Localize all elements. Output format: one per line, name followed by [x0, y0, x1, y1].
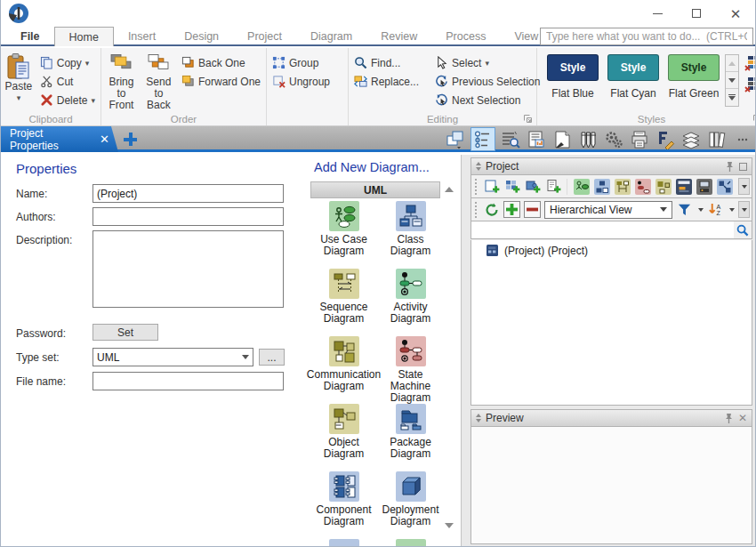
diagram-item-use-case[interactable]: Use Case Diagram [310, 201, 377, 269]
group-button[interactable]: Group [269, 53, 345, 72]
forward-one-button[interactable]: Forward One [179, 72, 263, 91]
authors-field[interactable] [92, 207, 284, 226]
diagram-item-component[interactable]: Component Diagram [310, 471, 377, 539]
project-search-input[interactable] [471, 221, 734, 238]
minimize-button[interactable] [638, 0, 677, 27]
cascade-windows-icon[interactable] [445, 129, 466, 150]
preview-close-icon[interactable]: ✕ [738, 412, 747, 424]
more-icon[interactable] [732, 129, 753, 150]
editing-dialog-launcher-icon[interactable] [523, 114, 533, 124]
tab-insert[interactable]: Insert [114, 27, 170, 46]
add-item-button[interactable] [503, 201, 520, 218]
type-set-more-button[interactable]: ... [259, 349, 285, 366]
back-one-button[interactable]: Back One [179, 53, 263, 72]
diagram-list-scroll-up-icon[interactable] [445, 187, 454, 192]
styles-gallery-expand-button[interactable] [726, 89, 738, 106]
remove-item-button[interactable] [524, 201, 541, 218]
quick-use-case-diagram-icon[interactable] [573, 178, 590, 195]
quick-sequence-diagram-icon[interactable] [614, 178, 631, 195]
filter-button[interactable] [676, 201, 693, 218]
sort-button[interactable]: AZ [707, 201, 724, 218]
style-swatch-flat-green[interactable]: Style Flat Green [668, 54, 720, 107]
view-mode-select[interactable]: Hierarchical View [544, 201, 672, 219]
tree-item-project[interactable]: (Project) (Project) [471, 240, 752, 257]
diagram-item-object[interactable]: Object Diagram [310, 404, 377, 471]
quick-state-diagram-icon[interactable] [634, 178, 651, 195]
layers-icon[interactable] [680, 129, 702, 150]
style-swatch-flat-blue[interactable]: Style Flat Blue [547, 54, 599, 107]
pin-icon[interactable] [725, 161, 735, 173]
styles-dialog-launcher-icon[interactable] [752, 114, 756, 124]
printer-icon[interactable] [629, 129, 650, 150]
sort-caret-icon[interactable] [729, 208, 735, 212]
new-element-button[interactable] [524, 178, 541, 195]
quick-report-icon[interactable] [675, 178, 692, 195]
file-name-field[interactable] [92, 372, 284, 390]
note-edit-icon[interactable] [551, 129, 573, 150]
diagram-list-scroll-down-icon[interactable] [445, 523, 454, 528]
styles-gallery-scrollbar[interactable] [725, 54, 739, 107]
documentation-icon[interactable] [526, 129, 547, 150]
styles-scroll-up-button[interactable] [726, 55, 738, 72]
diagram-item-class[interactable]: Class Diagram [377, 201, 444, 269]
tab-design[interactable]: Design [170, 27, 233, 46]
tab-review[interactable]: Review [366, 27, 431, 46]
tab-project[interactable]: Project [233, 27, 296, 46]
style-swatch-flat-cyan[interactable]: Style Flat Cyan [607, 54, 659, 107]
command-search-input[interactable] [540, 28, 753, 45]
cut-button[interactable]: Cut [37, 72, 98, 91]
document-tab-project-properties[interactable]: Project Properties ✕ [1, 126, 118, 152]
diagram-item-deployment[interactable]: Deployment Diagram [377, 471, 444, 539]
diagram-item-package[interactable]: Package Diagram [377, 404, 444, 471]
new-tab-button[interactable] [124, 133, 137, 146]
close-button[interactable]: ✕ [716, 0, 755, 27]
colored-pencils-icon[interactable] [577, 129, 599, 150]
bring-to-front-button[interactable]: Bring to Front [104, 51, 139, 111]
description-field[interactable] [92, 230, 284, 308]
send-to-back-button[interactable]: Send to Back [142, 51, 175, 111]
tab-diagram[interactable]: Diagram [296, 27, 366, 46]
styles-scroll-down-button[interactable] [726, 72, 738, 89]
document-tab-close-icon[interactable]: ✕ [100, 133, 109, 146]
diagram-item-state-machine[interactable]: State Machine Diagram [377, 336, 444, 404]
quick-machine-icon[interactable] [696, 178, 712, 195]
find-button[interactable]: Find... [351, 53, 422, 72]
diagram-item-sequence[interactable]: Sequence Diagram [310, 269, 377, 336]
quick-network-icon[interactable] [716, 178, 733, 195]
archive-icon[interactable] [706, 129, 728, 150]
toolbar-drag-handle[interactable] [475, 202, 478, 218]
set-password-button[interactable]: Set [92, 324, 158, 341]
uml-category-header[interactable]: UML [310, 181, 440, 198]
style-set-remove-icon[interactable] [744, 76, 756, 93]
paste-dropdown-caret[interactable]: ▾ [17, 93, 21, 104]
type-set-select[interactable]: UML [92, 348, 253, 366]
previous-selection-button[interactable]: Previous Selection [432, 72, 543, 91]
new-document-button[interactable] [544, 178, 561, 195]
refresh-button[interactable] [483, 201, 500, 218]
tab-file[interactable]: File [6, 27, 54, 46]
toolbar-drag-handle[interactable] [475, 179, 478, 195]
ungroup-button[interactable]: Ungroup [269, 72, 345, 91]
select-button[interactable]: Select ▾ [432, 53, 543, 72]
find-results-icon[interactable] [500, 129, 521, 150]
new-folder-button[interactable] [503, 178, 520, 195]
maximize-button[interactable] [677, 0, 716, 27]
new-diagram-button[interactable] [483, 178, 500, 195]
formatting-icon[interactable] [655, 129, 676, 150]
delete-button[interactable]: Delete ▾ [37, 91, 98, 109]
filter-caret-icon[interactable] [698, 208, 704, 212]
tab-process[interactable]: Process [431, 27, 500, 46]
project-tree-icon[interactable] [470, 127, 495, 151]
project-panel-header[interactable]: Project [470, 157, 752, 175]
next-selection-button[interactable]: Next Selection [432, 91, 543, 109]
preview-panel-header[interactable]: Preview ✕ [470, 409, 752, 427]
diagram-item-activity[interactable]: Activity Diagram [377, 269, 444, 336]
name-field[interactable] [92, 184, 284, 203]
copy-button[interactable]: Copy ▾ [37, 53, 98, 72]
tab-home[interactable]: Home [54, 27, 114, 46]
replace-button[interactable]: Replace... [351, 72, 422, 91]
quick-communication-diagram-icon[interactable] [655, 178, 672, 195]
toolbar1-overflow-button[interactable] [738, 178, 750, 195]
search-button[interactable] [734, 221, 752, 238]
diagram-item-communication[interactable]: Communication Diagram [310, 336, 377, 404]
